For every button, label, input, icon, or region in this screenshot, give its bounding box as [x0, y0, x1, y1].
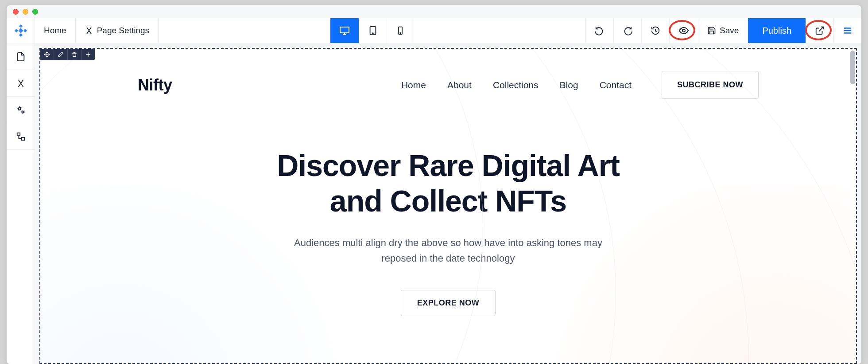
page-canvas[interactable]: Nifty Home About Collections Blog Contac… — [39, 48, 857, 364]
trash-icon — [71, 51, 78, 58]
hero-heading[interactable]: Discover Rare Digital Art and Collect NF… — [40, 148, 856, 219]
tree-icon — [16, 132, 26, 141]
logo-icon — [14, 24, 27, 37]
section-move-button[interactable] — [40, 49, 54, 60]
tools-icon — [85, 26, 93, 35]
canvas-scrollbar-thumb[interactable] — [850, 51, 855, 84]
save-button[interactable]: Save — [698, 18, 748, 43]
page-settings-label: Page Settings — [97, 26, 149, 35]
svg-point-11 — [682, 29, 685, 32]
home-button[interactable]: Home — [35, 18, 76, 43]
redo-icon — [623, 26, 632, 35]
svg-rect-14 — [17, 133, 19, 135]
side-navigator-button[interactable] — [7, 123, 35, 150]
traffic-light-close[interactable] — [13, 9, 19, 15]
move-icon — [44, 51, 50, 58]
side-settings-button[interactable] — [7, 97, 35, 123]
hamburger-menu-button[interactable] — [834, 18, 861, 43]
hero-heading-line2: and Collect NFTs — [330, 184, 566, 218]
hero-body: Discover Rare Digital Art and Collect NF… — [40, 99, 856, 316]
toolbar-spacer-1 — [159, 18, 330, 43]
desktop-icon — [339, 25, 350, 36]
page-settings-button[interactable]: Page Settings — [76, 18, 159, 43]
plus-icon — [85, 51, 91, 58]
side-design-button[interactable] — [7, 70, 35, 97]
nav-link-blog[interactable]: Blog — [560, 80, 578, 90]
site-brand[interactable]: Nifty — [138, 76, 172, 94]
preview-button[interactable] — [670, 18, 698, 43]
hero-sub-line2: reposed in the date technology — [382, 253, 515, 264]
hero-subtext[interactable]: Audiences multi align dry the above so h… — [40, 235, 856, 266]
svg-point-13 — [22, 111, 24, 113]
save-icon — [707, 26, 716, 35]
mobile-icon — [396, 26, 405, 35]
home-label: Home — [44, 26, 66, 35]
explore-button[interactable]: EXPLORE NOW — [401, 290, 496, 316]
app-window: Home Page Settings — [7, 5, 861, 364]
nav-link-about[interactable]: About — [447, 80, 472, 90]
external-link-icon — [815, 26, 825, 35]
hero-heading-line1: Discover Rare Digital Art — [277, 149, 620, 182]
section-delete-button[interactable] — [68, 49, 81, 60]
device-mobile-button[interactable] — [387, 18, 414, 43]
nav-link-contact[interactable]: Contact — [600, 80, 632, 90]
eye-icon — [678, 25, 689, 36]
file-icon — [16, 52, 26, 62]
app-logo[interactable] — [7, 18, 35, 43]
side-pages-button[interactable] — [7, 43, 35, 70]
traffic-light-minimize[interactable] — [23, 9, 28, 15]
nav-link-collections[interactable]: Collections — [493, 80, 539, 90]
toolbar-spacer-2 — [414, 18, 585, 43]
workspace: Nifty Home About Collections Blog Contac… — [7, 43, 861, 364]
svg-point-8 — [372, 33, 373, 34]
nav-link-home[interactable]: Home — [401, 80, 426, 90]
publish-button[interactable]: Publish — [748, 18, 806, 43]
publish-label: Publish — [762, 26, 791, 36]
history-button[interactable] — [642, 18, 670, 43]
svg-rect-6 — [340, 27, 349, 33]
tablet-icon — [368, 26, 378, 35]
edit-icon — [58, 51, 64, 58]
svg-point-10 — [400, 33, 401, 34]
design-tools-icon — [16, 78, 26, 88]
hero-sub-line1: Audiences multi align dry the above so h… — [294, 237, 602, 248]
device-desktop-button[interactable] — [330, 18, 359, 43]
section-add-button[interactable] — [81, 49, 95, 60]
undo-icon — [595, 26, 604, 35]
side-rail — [7, 43, 35, 364]
gears-icon — [16, 105, 26, 115]
subscribe-button[interactable]: SUBCRIBE NOW — [662, 71, 759, 99]
section-toolbar — [40, 49, 95, 60]
canvas-area: Nifty Home About Collections Blog Contac… — [35, 43, 861, 364]
history-icon — [651, 26, 660, 35]
open-external-button[interactable] — [806, 18, 834, 43]
window-titlebar — [7, 5, 861, 18]
svg-point-12 — [18, 107, 21, 110]
hamburger-icon — [843, 26, 852, 35]
traffic-light-zoom[interactable] — [32, 9, 38, 15]
site-nav: Nifty Home About Collections Blog Contac… — [40, 49, 856, 99]
nav-links: Home About Collections Blog Contact — [401, 80, 632, 90]
section-edit-button[interactable] — [54, 49, 67, 60]
redo-button[interactable] — [614, 18, 642, 43]
save-label: Save — [720, 26, 739, 35]
svg-rect-5 — [18, 28, 23, 33]
top-toolbar: Home Page Settings — [7, 18, 861, 43]
svg-rect-15 — [21, 137, 24, 140]
device-tablet-button[interactable] — [359, 18, 387, 43]
undo-button[interactable] — [585, 18, 614, 43]
